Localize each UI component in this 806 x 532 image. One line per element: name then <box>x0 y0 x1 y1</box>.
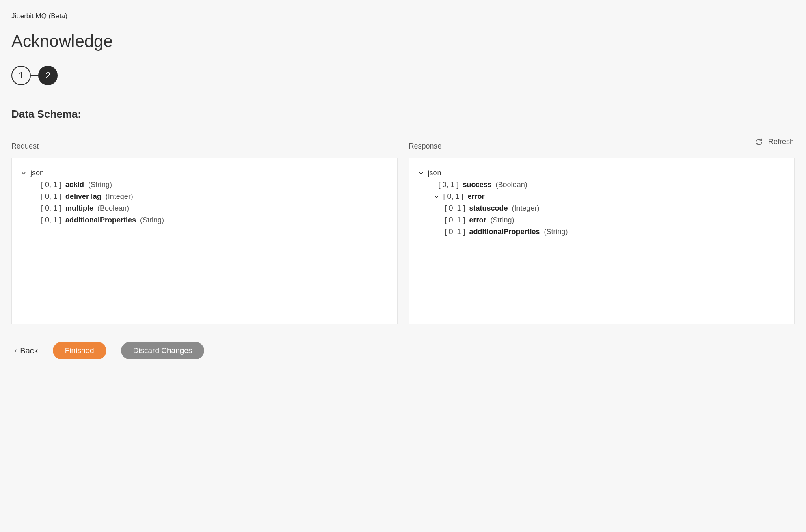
back-label: Back <box>20 346 38 355</box>
response-column: Response json [ 0, 1 ] success (Boolean)… <box>409 150 795 324</box>
response-root-label: json <box>428 169 441 177</box>
schema-field[interactable]: [ 0, 1 ] multiple (Boolean) <box>21 202 388 214</box>
schema-field[interactable]: [ 0, 1 ] success (Boolean) <box>418 179 786 191</box>
schema-field[interactable]: [ 0, 1 ] additionalProperties (String) <box>21 214 388 226</box>
request-root-label: json <box>30 169 44 177</box>
schema-field[interactable]: [ 0, 1 ] statuscode (Integer) <box>418 202 786 214</box>
step-connector <box>31 75 38 76</box>
stepper: 1 2 <box>11 66 795 85</box>
breadcrumb-link[interactable]: Jitterbit MQ (Beta) <box>11 12 67 20</box>
request-label: Request <box>11 142 398 151</box>
footer-actions: ‹ Back Finished Discard Changes <box>11 342 795 359</box>
response-label: Response <box>409 142 795 151</box>
finished-button[interactable]: Finished <box>53 342 106 359</box>
page-title: Acknowledge <box>11 32 795 51</box>
section-title: Data Schema: <box>11 108 795 121</box>
step-1[interactable]: 1 <box>11 66 31 85</box>
request-root-node[interactable]: json <box>21 167 388 179</box>
schema-field[interactable]: [ 0, 1 ] deliverTag (Integer) <box>21 191 388 202</box>
chevron-left-icon: ‹ <box>15 347 17 354</box>
schema-field[interactable]: [ 0, 1 ] ackId (String) <box>21 179 388 191</box>
request-panel: json [ 0, 1 ] ackId (String) [ 0, 1 ] de… <box>11 158 398 324</box>
response-panel: json [ 0, 1 ] success (Boolean) [ 0, 1 ]… <box>409 158 795 324</box>
schema-field[interactable]: [ 0, 1 ] error (String) <box>418 214 786 226</box>
schema-field[interactable]: [ 0, 1 ] additionalProperties (String) <box>418 226 786 238</box>
step-2[interactable]: 2 <box>38 66 58 85</box>
discard-changes-button[interactable]: Discard Changes <box>121 342 205 359</box>
response-root-node[interactable]: json <box>418 167 786 179</box>
back-button[interactable]: ‹ Back <box>15 346 38 355</box>
request-column: Request json [ 0, 1 ] ackId (String) [ 0… <box>11 150 398 324</box>
chevron-down-icon[interactable] <box>21 171 26 176</box>
chevron-down-icon[interactable] <box>434 194 439 199</box>
response-error-group[interactable]: [ 0, 1 ] error <box>418 191 786 202</box>
chevron-down-icon[interactable] <box>418 171 424 176</box>
